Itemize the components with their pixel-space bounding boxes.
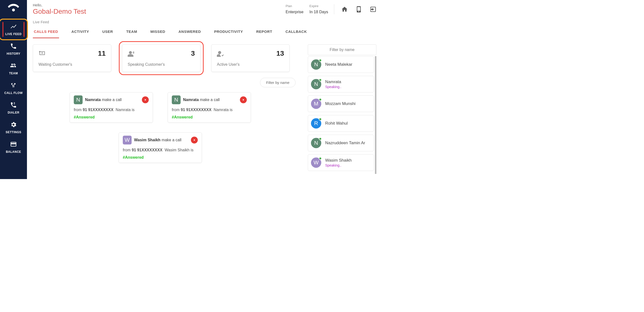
user-name: Rohit Wahul [325,121,348,126]
user-name: Wasim Shaikh [325,158,352,163]
play-icon [193,139,196,142]
stat-label: Waiting Customer's [38,62,106,67]
tab-activity[interactable]: ACTIVITY [70,28,90,38]
card-icon [10,141,17,148]
sidebar-item-dialer[interactable]: DIALER [0,98,27,118]
tab-missed[interactable]: MISSED [150,28,166,38]
plan-label: Plan [286,4,304,8]
user-avatar: R [311,118,321,129]
user-filter-input[interactable]: Filter by name [308,44,376,55]
stat-value: 3 [191,50,195,57]
tab-callback[interactable]: CALLBACK [284,28,308,38]
feed-avatar: N [74,95,82,104]
tab-team[interactable]: TEAM [125,28,138,38]
team-icon [10,62,17,69]
online-dot-icon [319,59,322,62]
stat-active-users[interactable]: 13 Active User's [211,44,290,72]
feed-from: from 91 91XXXXXXXX Namrata is [172,108,247,112]
user-status: Speaking.. [325,85,341,89]
sidebar-item-label: TEAM [9,72,18,75]
sidebar: LIVE FEED HISTORY TEAM CALL FLOW DIALER … [0,0,27,179]
online-dot-icon [319,137,322,140]
sidebar-item-balance[interactable]: BALANCE [0,137,27,157]
feed-title: Namrata make a call [85,98,140,102]
feed-status: #Answered [123,155,198,160]
stat-label: Speaking Customer's [128,62,195,67]
user-avatar: W [311,157,321,168]
tab-productivity[interactable]: PRODUCTIVITY [213,28,244,38]
breadcrumb: Live Feed [33,20,376,24]
user-avatar: N [311,138,321,148]
feed-status: #Answered [74,115,149,119]
sidebar-item-label: LIVE FEED [6,32,22,36]
queue-icon [38,50,46,57]
sip-phone-icon [10,102,17,108]
tabs: CALLS FEED ACTIVITY USER TEAM MISSED ANS… [33,28,376,39]
svg-rect-0 [39,51,40,52]
greeting: Hello, [33,3,86,7]
sidebar-item-label: CALL FLOW [4,91,23,95]
plan-value: Enterprise [286,10,304,14]
sidebar-item-team[interactable]: TEAM [0,59,27,79]
play-button[interactable] [191,137,198,144]
play-button[interactable] [240,96,247,103]
play-icon [144,98,147,101]
gear-icon [10,121,17,128]
sidebar-item-live-feed[interactable]: LIVE FEED [0,20,27,39]
logout-icon[interactable] [370,6,376,13]
sidebar-item-label: DIALER [8,111,19,114]
feed-avatar: W [123,136,132,144]
user-status: Speaking.. [325,163,352,167]
user-name: Nazruddeen Tamin Ar [325,141,365,145]
feed-status: #Answered [172,115,247,119]
tab-calls-feed[interactable]: CALLS FEED [33,28,59,38]
stat-speaking[interactable]: 3 Speaking Customer's [122,44,200,72]
sidebar-item-settings[interactable]: SETTINGS [0,118,27,137]
feed-card: N Namrata make a call from 91 91XXXXXXXX… [70,92,153,123]
home-icon[interactable] [341,6,348,13]
play-icon [242,98,245,101]
user-item[interactable]: R Rohit Wahul [308,115,374,132]
expire-label: Expire [310,4,328,8]
speaking-icon [128,50,135,57]
tenant-name: Gobal-Demo Test [33,8,86,16]
user-check-icon [217,50,224,57]
stat-value: 11 [98,50,106,57]
user-avatar: N [311,79,321,89]
sidebar-item-label: HISTORY [6,52,20,56]
user-avatar: M [311,99,321,109]
app-logo [8,3,19,15]
feed-avatar: N [172,95,180,104]
expire-value: In 18 Days [310,10,328,14]
user-item[interactable]: N Neeta Malekar [308,56,374,73]
online-dot-icon [319,118,322,121]
online-dot-icon [319,157,322,160]
sidebar-item-history[interactable]: HISTORY [0,39,27,59]
feed-card: N Namrata make a call from 91 91XXXXXXXX… [168,92,251,123]
stat-waiting[interactable]: 11 Waiting Customer's [33,44,111,72]
mobile-icon[interactable] [355,6,362,13]
user-list[interactable]: N Neeta Malekar N NamrataSpeaking.. M Mo… [308,56,376,174]
play-button[interactable] [142,96,149,103]
sidebar-item-call-flow[interactable]: CALL FLOW [0,79,27,98]
user-item[interactable]: M Mozzam Munshi [308,95,374,112]
stat-value: 13 [276,50,284,57]
feed-title: Namrata make a call [183,98,238,102]
user-item[interactable]: W Wasim ShaikhSpeaking.. [308,154,374,171]
online-dot-icon [319,98,322,101]
feed-from: from 91 91XXXXXXXX Namrata is [74,108,149,112]
sidebar-item-label: SETTINGS [6,131,21,134]
feed-title: Wasim Shaikh make a call [134,138,188,142]
header: Hello, Gobal-Demo Test Plan Enterprise E… [33,3,376,18]
sidebar-item-label: BALANCE [6,150,21,154]
chart-line-icon [10,23,17,30]
tab-report[interactable]: REPORT [255,28,273,38]
feed-card: W Wasim Shaikh make a call from 91 91XXX… [118,132,202,163]
user-name: Mozzam Munshi [325,101,356,106]
user-item[interactable]: N Nazruddeen Tamin Ar [308,135,374,151]
feed-filter-input[interactable]: Filter by name [260,78,296,87]
user-item[interactable]: N NamrataSpeaking.. [308,76,374,93]
tab-answered[interactable]: ANSWERED [178,28,202,38]
feed-from: from 91 91XXXXXXXX Wasim Shaikh is [123,148,198,152]
tab-user[interactable]: USER [102,28,114,38]
